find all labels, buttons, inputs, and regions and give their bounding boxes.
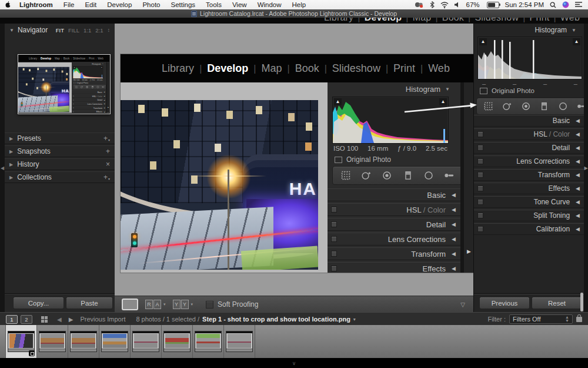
next-photo-arrow-icon[interactable]: ▶ — [69, 316, 74, 323]
navigator-header[interactable]: ▼ Navigator FITFILL1:12:1↕ — [5, 25, 115, 35]
main-window-button[interactable]: 1 — [6, 315, 18, 324]
navigator-zoom-fit[interactable]: FIT — [56, 27, 64, 34]
filter-lock-icon[interactable] — [576, 317, 582, 322]
left-panel-section-snapshots[interactable]: ▶Snapshots+ — [5, 145, 115, 157]
loupe-view-icon[interactable] — [122, 299, 138, 310]
navigator-zoom-2-1[interactable]: 2:1 — [95, 27, 103, 34]
filmstrip-thumbnail-8[interactable] — [224, 325, 255, 358]
wifi-icon[interactable] — [440, 2, 449, 8]
expand-left-icon[interactable]: ◀ — [576, 199, 580, 205]
menu-item-window[interactable]: Window — [258, 1, 282, 8]
spot-removal-icon[interactable] — [502, 101, 513, 112]
soft-proofing-checkbox[interactable] — [206, 301, 213, 309]
panel-header-hsl-color[interactable]: HSL / Color◀ — [474, 128, 584, 140]
apple-icon[interactable] — [5, 1, 11, 8]
panel-header-calibration[interactable]: Calibration◀ — [474, 223, 584, 235]
menu-item-view[interactable]: View — [232, 1, 247, 8]
menu-item-develop[interactable]: Develop — [107, 1, 132, 8]
before-after-dropdown-icon[interactable]: ▾ — [163, 302, 166, 307]
expand-left-icon[interactable]: ◀ — [576, 158, 580, 164]
histogram-header[interactable]: Histogram▼ — [534, 26, 576, 34]
volume-icon[interactable] — [455, 2, 460, 8]
panel-header-effects[interactable]: Effects◀ — [474, 183, 584, 194]
highlight-clipping-icon[interactable]: ▲ — [573, 38, 580, 45]
spotlight-search-icon[interactable] — [550, 2, 556, 8]
expand-left-icon[interactable]: ◀ — [576, 118, 580, 124]
panel-toggle-switch[interactable] — [477, 199, 483, 205]
red-eye-icon[interactable] — [520, 101, 532, 112]
panel-header-basic[interactable]: Basic◀ — [474, 115, 584, 127]
menu-item-help[interactable]: Help — [292, 1, 306, 8]
filmstrip-thumbnail-5[interactable] — [131, 325, 162, 358]
radial-filter-icon[interactable] — [557, 101, 569, 112]
panel-toggle-switch[interactable] — [477, 145, 483, 151]
siri-icon[interactable] — [562, 1, 569, 8]
menu-item-lightroom[interactable]: Lightroom — [19, 1, 53, 8]
left-panel-section-presets[interactable]: ▶Presets+▾ — [5, 132, 115, 144]
compare-dropdown-icon[interactable]: ▾ — [191, 302, 193, 307]
navigator-zoom-1-1[interactable]: 1:1 — [83, 27, 91, 34]
panel-toggle-switch[interactable] — [477, 158, 483, 164]
source-label[interactable]: Previous Import — [80, 316, 125, 323]
toolbar-options-icon[interactable]: ▽ — [460, 301, 465, 308]
notification-center-icon[interactable] — [575, 2, 582, 8]
add-icon[interactable]: +▾ — [103, 173, 110, 181]
previous-button[interactable]: Previous — [479, 297, 530, 309]
expand-left-icon[interactable]: ◀ — [576, 131, 580, 137]
panel-toggle-switch[interactable] — [477, 131, 483, 137]
menu-item-tools[interactable]: Tools — [206, 1, 222, 8]
filmstrip-thumbnail-6[interactable] — [162, 325, 193, 358]
screen-record-icon[interactable] — [415, 2, 424, 8]
grid-view-icon[interactable] — [41, 316, 48, 323]
panel-header-lens-corrections[interactable]: Lens Corrections◀ — [474, 155, 584, 167]
filter-dropdown[interactable]: Filters Off▲▼ — [509, 314, 573, 324]
add-icon[interactable]: + — [106, 147, 110, 155]
paste-button[interactable]: Paste — [66, 297, 113, 309]
reset-button[interactable]: Reset — [532, 297, 582, 309]
crop-tool-icon[interactable] — [483, 101, 494, 112]
histogram[interactable]: ▲ ▲ — [477, 37, 582, 79]
soft-proofing-control[interactable]: Soft Proofing — [206, 300, 258, 309]
shadow-clipping-icon[interactable]: ▲ — [479, 38, 487, 45]
panel-toggle-switch[interactable] — [477, 185, 483, 191]
filmstrip-source-dropdown-icon[interactable]: ▾ — [353, 317, 356, 322]
panel-header-transform[interactable]: Transform◀ — [474, 169, 584, 181]
before-after-view-icon[interactable]: RA — [145, 300, 161, 309]
panel-header-split-toning[interactable]: Split Toning◀ — [474, 210, 584, 221]
expand-left-icon[interactable]: ◀ — [576, 226, 580, 232]
panel-toggle-switch[interactable] — [477, 226, 483, 232]
selected-filename[interactable]: Step 1 - shot to crop and show tool loca… — [202, 316, 350, 323]
left-panel-section-collections[interactable]: ▶Collections+▾ — [5, 171, 115, 183]
expand-left-icon[interactable]: ◀ — [576, 185, 580, 191]
filmstrip-thumbnail-4[interactable] — [99, 325, 131, 358]
panel-header-tone-curve[interactable]: Tone Curve◀ — [474, 196, 584, 208]
battery-icon[interactable] — [486, 2, 499, 8]
navigator-zoom-stepper-icon[interactable]: ↕ — [108, 27, 111, 33]
filmstrip-thumbnail-3[interactable] — [68, 325, 99, 358]
menu-clock[interactable]: Sun 2:54 PM — [505, 1, 544, 8]
menu-item-file[interactable]: File — [64, 1, 75, 8]
add-icon[interactable]: +▾ — [103, 134, 110, 142]
compare-view-icon[interactable]: YY — [173, 300, 189, 309]
panel-toggle-switch[interactable] — [477, 172, 483, 178]
left-panel-section-history[interactable]: ▶History× — [5, 158, 115, 170]
expand-left-icon[interactable]: ◀ — [576, 145, 580, 151]
panel-toggle-switch[interactable] — [477, 213, 483, 218]
menu-item-edit[interactable]: Edit — [85, 1, 96, 8]
navigator-zoom-fill[interactable]: FILL — [68, 27, 79, 34]
clear-history-icon[interactable]: × — [106, 160, 110, 168]
navigator-preview[interactable]: Library|Develop|Map|Book|Slideshow|Print… — [18, 54, 111, 114]
left-panel-collapse-arrow[interactable]: ◀ — [0, 24, 5, 312]
menu-item-photo[interactable]: Photo — [142, 1, 160, 8]
panel-header-detail[interactable]: Detail◀ — [474, 142, 584, 154]
expand-left-icon[interactable]: ◀ — [576, 172, 580, 178]
filmstrip-thumbnail-7[interactable] — [193, 325, 224, 358]
right-panel-collapse-arrow[interactable]: ▶ — [584, 24, 588, 312]
copy-button[interactable]: Copy... — [13, 297, 64, 309]
previous-photo-arrow-icon[interactable]: ◀ — [57, 316, 62, 323]
original-photo-toggle[interactable]: Original Photo — [480, 87, 534, 94]
filmstrip-thumbnail-2[interactable] — [37, 325, 68, 358]
bluetooth-icon[interactable] — [430, 1, 435, 8]
expand-left-icon[interactable]: ◀ — [576, 213, 580, 218]
menu-item-settings[interactable]: Settings — [171, 1, 195, 8]
